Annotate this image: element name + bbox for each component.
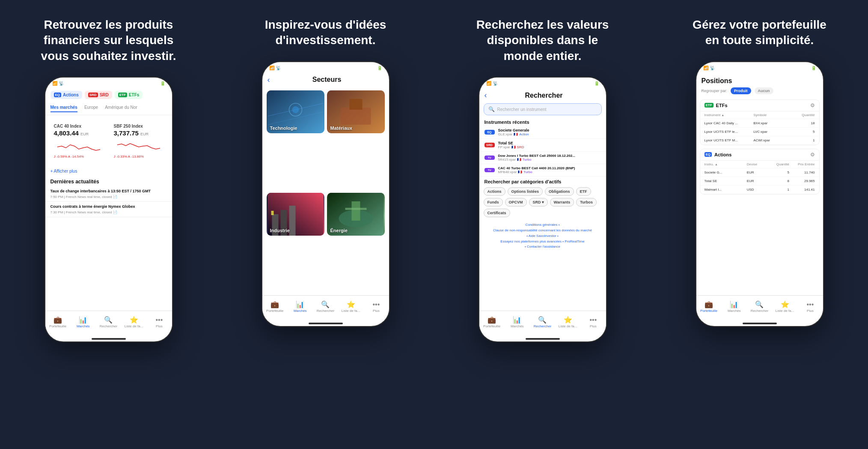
search-bar[interactable]: 🔍 Rechercher un instrument bbox=[484, 103, 602, 115]
col-devise-header[interactable]: Devise bbox=[747, 162, 768, 166]
tab-srd[interactable]: SRD SRD bbox=[85, 91, 112, 99]
cat-certificats[interactable]: Certificats bbox=[484, 209, 510, 217]
tab-portefeuille-2[interactable]: 💼 Portefeuille bbox=[265, 301, 284, 313]
tab-rechercher-1[interactable]: 🔍 Rechercher bbox=[99, 317, 118, 328]
actions-row1-devise: EUR bbox=[747, 171, 768, 174]
market-card-cac[interactable]: CAC 40 Index 4,803.44 EUR J -0.59% A -14… bbox=[51, 120, 107, 162]
tab-portefeuille-1[interactable]: 💼 Portefeuille bbox=[48, 317, 67, 328]
actions-row3-devise: USD bbox=[747, 188, 768, 192]
flag-1: 🇫🇷 bbox=[514, 132, 518, 136]
tab-liste-label-2: Liste de fa... bbox=[342, 309, 360, 313]
etf-row-3[interactable]: Lyxor UCITS ETF M... ACWI:xpar 1 bbox=[700, 136, 819, 145]
cat-etf[interactable]: ETF bbox=[576, 187, 591, 196]
news-item-1[interactable]: Taux de change interbancaires à 13:50 ES… bbox=[45, 186, 172, 202]
etf-row-1[interactable]: Lyxor CAC 40 Daily ... BX4:xpar 18 bbox=[700, 119, 819, 128]
col-instru-header[interactable]: Instru. ▲ bbox=[705, 162, 747, 166]
tab-plus-label-1: Plus bbox=[156, 324, 163, 328]
tab-portefeuille-label: Portefeuille bbox=[49, 324, 66, 328]
instrument-name-2: Total SE bbox=[498, 141, 601, 145]
phone1-content: EQ Actions SRD SRD ETF ETFs Mes marchés … bbox=[45, 87, 172, 311]
tab-rechercher-3[interactable]: 🔍 Rechercher bbox=[533, 317, 552, 328]
actions-row-2[interactable]: Total SE EUR 8 29.965 bbox=[700, 177, 819, 186]
instrument-item-1[interactable]: EQ Societe Generale GLE:xpar 🇫🇷 Action bbox=[479, 126, 606, 139]
tab-rechercher-4[interactable]: 🔍 Rechercher bbox=[750, 301, 769, 313]
nav-europe[interactable]: Europe bbox=[84, 105, 98, 112]
cat-srd[interactable]: SRD ▾ bbox=[529, 198, 548, 207]
chevron-down-icon: ▾ bbox=[542, 200, 544, 204]
nav-amerique[interactable]: Amérique du Nor bbox=[105, 105, 137, 112]
tab-plus-3[interactable]: ••• Plus bbox=[584, 317, 603, 328]
code-4: MFB48:xpar bbox=[498, 170, 517, 174]
tab-liste-4[interactable]: ⭐ Liste de fa... bbox=[776, 301, 794, 313]
sector-technologie[interactable]: Technologie bbox=[267, 90, 324, 133]
wifi-icon-4: 📡 bbox=[710, 66, 715, 70]
status-bar-2: 📶 📡 🔋 bbox=[262, 62, 389, 72]
cat-warrants[interactable]: Warrants bbox=[550, 198, 574, 207]
market-cards: CAC 40 Index 4,803.44 EUR J -0.59% A -14… bbox=[45, 115, 172, 167]
tab-liste-label-1: Liste de fa... bbox=[125, 324, 143, 328]
etf-row-2[interactable]: Lyxor UCITS ETF le... LVC:xpar 5 bbox=[700, 128, 819, 136]
tab-marches-2[interactable]: 📊 Marchés bbox=[291, 301, 309, 313]
tab-marches-1[interactable]: 📊 Marchés bbox=[74, 317, 92, 328]
phone4-content: Positions Regrouper par: Produit Aucun E… bbox=[696, 72, 823, 295]
tab-etf[interactable]: ETF ETFs bbox=[115, 91, 143, 99]
actions-gear-icon[interactable]: ⚙ bbox=[810, 152, 815, 158]
tab-portefeuille-3[interactable]: 💼 Portefeuille bbox=[482, 317, 501, 328]
sector-industrie[interactable]: Industrie bbox=[267, 193, 324, 236]
cat-obligations[interactable]: Obligations bbox=[545, 187, 574, 196]
col-symbole-header[interactable]: Symbole bbox=[753, 113, 790, 117]
instrument-item-4[interactable]: TU CAC 40 Turbo BEST Call 4400 20.11.202… bbox=[479, 164, 606, 177]
cat-turbos[interactable]: Turbos bbox=[576, 198, 597, 207]
cat-opcvm[interactable]: OPCVM bbox=[505, 198, 527, 207]
col-prix-header[interactable]: Prix Entrée bbox=[789, 162, 815, 166]
tab-marches-4[interactable]: 📊 Marchés bbox=[725, 301, 743, 313]
cat-actions[interactable]: Actions bbox=[484, 187, 505, 196]
nav-mes-marches[interactable]: Mes marchés bbox=[51, 105, 77, 112]
tab-portefeuille-4[interactable]: 💼 Portefeuille bbox=[699, 301, 718, 313]
cat-funds[interactable]: Funds bbox=[484, 198, 503, 207]
battery-icon-2: 🔋 bbox=[377, 66, 382, 70]
actions-row-3[interactable]: Walmart I... USD 1 141.41 bbox=[700, 186, 819, 194]
instrument-item-2[interactable]: SRD Total SE FP:xpar 🇫🇷 SRD bbox=[479, 139, 606, 152]
col-quantite-header[interactable]: Quantité bbox=[790, 113, 814, 117]
news-item-2[interactable]: Cours contrats à terme énergie Nymex Glo… bbox=[45, 202, 172, 217]
group-btn-produit[interactable]: Produit bbox=[731, 87, 751, 94]
tab-liste-1[interactable]: ⭐ Liste de fa... bbox=[125, 317, 143, 328]
badge-srd2-2: SRD bbox=[485, 143, 495, 147]
tab-plus-2[interactable]: ••• Plus bbox=[367, 301, 386, 313]
sector-ind-label: Industrie bbox=[270, 228, 290, 233]
panel4-title: Gérez votre portefeuille en toute simpli… bbox=[687, 17, 832, 48]
tab-liste-2[interactable]: ⭐ Liste de fa... bbox=[342, 301, 360, 313]
tab-plus-4[interactable]: ••• Plus bbox=[801, 301, 820, 313]
tab-actions[interactable]: EQ Actions bbox=[51, 91, 82, 99]
tab-liste-3[interactable]: ⭐ Liste de fa... bbox=[559, 317, 577, 328]
sector-energie[interactable]: Énergie bbox=[327, 193, 385, 236]
tab-rechercher-label-3: Rechercher bbox=[534, 324, 551, 328]
col-instrument-header[interactable]: Instrument ▲ bbox=[705, 113, 754, 117]
actions-row1-qty: 5 bbox=[768, 171, 789, 174]
search-icon-3: 🔍 bbox=[488, 106, 495, 112]
etf-gear-icon[interactable]: ⚙ bbox=[810, 102, 815, 108]
instrument-item-3[interactable]: TU Dow Jones I Turbo BEST Call 25000 18.… bbox=[479, 152, 606, 164]
positions-header: Positions Regrouper par: Produit Aucun bbox=[696, 74, 823, 98]
svg-rect-7 bbox=[349, 99, 362, 110]
cat-options[interactable]: Options listées bbox=[508, 187, 543, 196]
afficher-plus[interactable]: + Afficher plus bbox=[45, 167, 172, 175]
actions-row-1[interactable]: Societe G... EUR 5 11.740 bbox=[700, 168, 819, 177]
footer-links: Conditions générales • Clause de non-res… bbox=[479, 219, 606, 253]
etf-section-name: ETFs bbox=[716, 103, 808, 108]
recent-section-title: Instruments récents bbox=[479, 117, 606, 126]
tab-plus-1[interactable]: ••• Plus bbox=[150, 317, 169, 328]
sector-materiaux[interactable]: Matériaux bbox=[327, 90, 385, 133]
instrument-name-1: Societe Generale bbox=[498, 128, 601, 132]
group-btn-aucun[interactable]: Aucun bbox=[755, 87, 773, 94]
market-nav: Mes marchés Europe Amérique du Nor bbox=[45, 102, 172, 115]
status-right-1: 🔋 bbox=[160, 81, 165, 86]
tab-marches-3[interactable]: 📊 Marchés bbox=[508, 317, 526, 328]
tab-rechercher-2[interactable]: 🔍 Rechercher bbox=[316, 301, 335, 313]
col-qty-header[interactable]: Quantité bbox=[768, 162, 789, 166]
signal-icon: 📶 bbox=[52, 81, 57, 86]
market-card-sbf[interactable]: SBF 250 Index 3,737.75 EUR J -0.33% A -1… bbox=[110, 120, 167, 162]
briefcase-icon-2: 💼 bbox=[271, 301, 279, 308]
chart-icon-2: 📊 bbox=[296, 301, 304, 308]
